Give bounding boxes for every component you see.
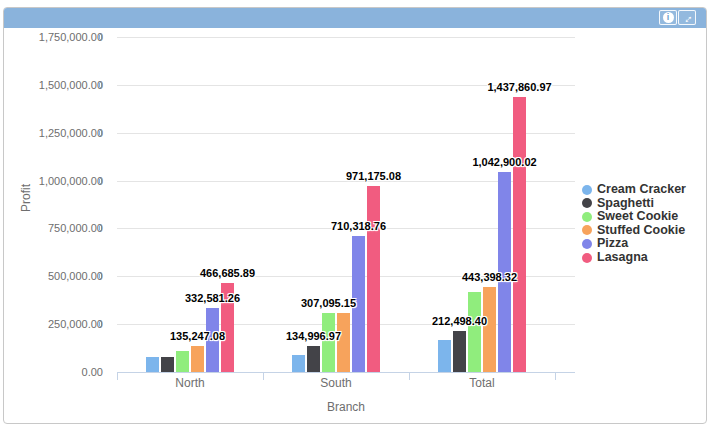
chart-panel: i ↔ Profit Branch 0.00250,000.00500,000.… <box>3 7 707 424</box>
bar-value-label: 466,685.89 <box>200 267 255 280</box>
legend-dot-lasagna <box>582 253 592 263</box>
bar-lasagna-south[interactable] <box>367 186 380 372</box>
bar-spaghetti-south[interactable] <box>307 346 320 372</box>
y-gridline <box>117 37 575 38</box>
x-category-label-north: North <box>130 376 250 390</box>
x-category-label-south: South <box>276 376 396 390</box>
legend-label: Spaghetti <box>597 197 654 210</box>
bar-value-label: 212,498.40 <box>432 315 487 328</box>
y-gridline <box>117 133 575 134</box>
y-tick-label: 250,000.00 <box>13 317 103 331</box>
bar-spaghetti-total[interactable] <box>453 331 466 372</box>
bar-sweet-cookie-total[interactable] <box>468 292 481 372</box>
bar-stuffed-cookie-total[interactable] <box>483 287 496 372</box>
bar-cream-cracker-south[interactable] <box>292 355 305 372</box>
y-tick-label: 500,000.00 <box>13 269 103 283</box>
legend-item-sweet-cookie[interactable]: Sweet Cookie <box>582 210 678 223</box>
y-tick-label: 1,750,000.00 <box>13 30 103 44</box>
legend-dot-pizza <box>582 239 592 249</box>
legend-label: Sweet Cookie <box>597 210 678 223</box>
x-category-label-total: Total <box>422 376 542 390</box>
x-axis-title: Branch <box>117 400 575 414</box>
legend-dot-spaghetti <box>582 198 592 208</box>
bar-value-label: 710,318.76 <box>331 220 386 233</box>
bar-value-label: 443,398.32 <box>462 271 517 284</box>
bar-stuffed-cookie-north[interactable] <box>191 346 204 372</box>
legend-item-pizza[interactable]: Pizza <box>582 237 628 250</box>
bar-value-label: 135,247.08 <box>170 330 225 343</box>
legend-dot-cream-cracker <box>582 185 592 195</box>
legend-item-stuffed-cookie[interactable]: Stuffed Cookie <box>582 224 685 237</box>
profit-by-branch-chart: Profit Branch 0.00250,000.00500,000.0075… <box>4 8 706 423</box>
legend-item-lasagna[interactable]: Lasagna <box>582 251 648 264</box>
bar-lasagna-total[interactable] <box>513 97 526 372</box>
bar-value-label: 971,175.08 <box>346 170 401 183</box>
legend-item-cream-cracker[interactable]: Cream Cracker <box>582 183 686 196</box>
bar-spaghetti-north[interactable] <box>161 357 174 372</box>
bar-value-label: 332,581.26 <box>185 292 240 305</box>
y-tick-label: 0.00 <box>13 365 103 379</box>
y-tick-label: 1,250,000.00 <box>13 126 103 140</box>
legend-label: Stuffed Cookie <box>597 224 685 237</box>
x-axis-tick <box>555 372 556 380</box>
x-axis-tick <box>117 372 118 380</box>
y-tick-label: 1,000,000.00 <box>13 174 103 188</box>
bar-cream-cracker-total[interactable] <box>438 340 451 372</box>
y-tick-label: 750,000.00 <box>13 221 103 235</box>
x-axis-tick <box>263 372 264 380</box>
legend-item-spaghetti[interactable]: Spaghetti <box>582 197 654 210</box>
legend-dot-sweet-cookie <box>582 212 592 222</box>
legend-dot-stuffed-cookie <box>582 225 592 235</box>
y-tick-label: 1,500,000.00 <box>13 78 103 92</box>
bar-value-label: 307,095.15 <box>301 297 356 310</box>
bar-value-label: 1,437,860.97 <box>487 81 551 94</box>
legend-label: Cream Cracker <box>597 183 686 196</box>
legend-label: Lasagna <box>597 251 648 264</box>
bar-value-label: 134,996.97 <box>286 330 341 343</box>
bar-sweet-cookie-north[interactable] <box>176 351 189 372</box>
legend-label: Pizza <box>597 237 628 250</box>
x-axis-line <box>117 372 575 373</box>
x-axis-tick <box>409 372 410 380</box>
bar-value-label: 1,042,900.02 <box>472 156 536 169</box>
bar-cream-cracker-north[interactable] <box>146 357 159 372</box>
